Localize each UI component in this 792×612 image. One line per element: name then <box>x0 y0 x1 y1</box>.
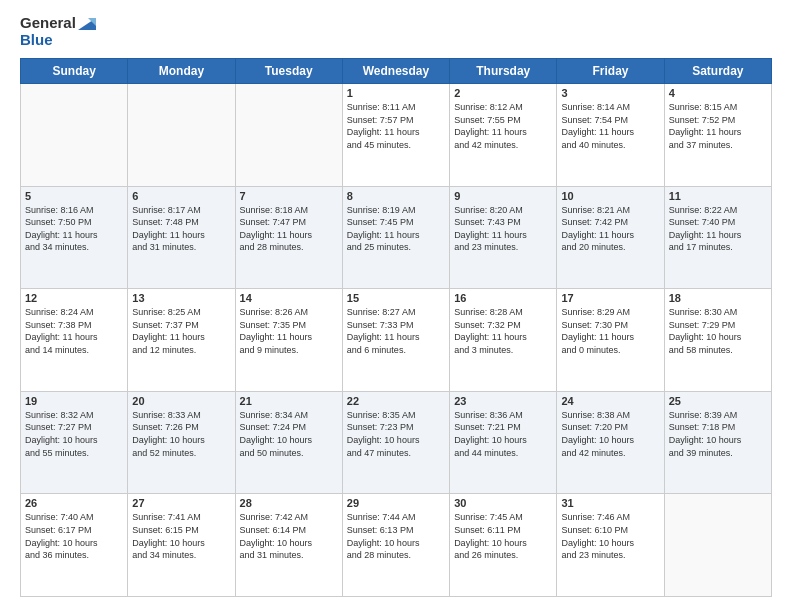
day-number-3: 3 <box>561 87 659 99</box>
day-info-25: Sunrise: 8:39 AM Sunset: 7:18 PM Dayligh… <box>669 409 767 459</box>
day-cell-25: 25Sunrise: 8:39 AM Sunset: 7:18 PM Dayli… <box>664 391 771 494</box>
day-info-8: Sunrise: 8:19 AM Sunset: 7:45 PM Dayligh… <box>347 204 445 254</box>
day-info-18: Sunrise: 8:30 AM Sunset: 7:29 PM Dayligh… <box>669 306 767 356</box>
day-info-30: Sunrise: 7:45 AM Sunset: 6:11 PM Dayligh… <box>454 511 552 561</box>
day-info-10: Sunrise: 8:21 AM Sunset: 7:42 PM Dayligh… <box>561 204 659 254</box>
day-info-22: Sunrise: 8:35 AM Sunset: 7:23 PM Dayligh… <box>347 409 445 459</box>
day-cell-24: 24Sunrise: 8:38 AM Sunset: 7:20 PM Dayli… <box>557 391 664 494</box>
day-cell-20: 20Sunrise: 8:33 AM Sunset: 7:26 PM Dayli… <box>128 391 235 494</box>
day-info-14: Sunrise: 8:26 AM Sunset: 7:35 PM Dayligh… <box>240 306 338 356</box>
day-cell-7: 7Sunrise: 8:18 AM Sunset: 7:47 PM Daylig… <box>235 186 342 289</box>
day-cell-23: 23Sunrise: 8:36 AM Sunset: 7:21 PM Dayli… <box>450 391 557 494</box>
page: General Blue SundayMondayTuesdayWednesda… <box>0 0 792 612</box>
day-info-13: Sunrise: 8:25 AM Sunset: 7:37 PM Dayligh… <box>132 306 230 356</box>
empty-cell-0-1 <box>128 84 235 187</box>
header-friday: Friday <box>557 59 664 84</box>
day-info-15: Sunrise: 8:27 AM Sunset: 7:33 PM Dayligh… <box>347 306 445 356</box>
day-cell-4: 4Sunrise: 8:15 AM Sunset: 7:52 PM Daylig… <box>664 84 771 187</box>
day-info-20: Sunrise: 8:33 AM Sunset: 7:26 PM Dayligh… <box>132 409 230 459</box>
day-number-25: 25 <box>669 395 767 407</box>
day-cell-30: 30Sunrise: 7:45 AM Sunset: 6:11 PM Dayli… <box>450 494 557 597</box>
logo-blue: Blue <box>20 32 96 49</box>
week-row-1: 1Sunrise: 8:11 AM Sunset: 7:57 PM Daylig… <box>21 84 772 187</box>
day-info-19: Sunrise: 8:32 AM Sunset: 7:27 PM Dayligh… <box>25 409 123 459</box>
day-info-31: Sunrise: 7:46 AM Sunset: 6:10 PM Dayligh… <box>561 511 659 561</box>
day-number-4: 4 <box>669 87 767 99</box>
empty-cell-4-6 <box>664 494 771 597</box>
day-number-11: 11 <box>669 190 767 202</box>
day-cell-1: 1Sunrise: 8:11 AM Sunset: 7:57 PM Daylig… <box>342 84 449 187</box>
header-saturday: Saturday <box>664 59 771 84</box>
day-number-2: 2 <box>454 87 552 99</box>
day-info-6: Sunrise: 8:17 AM Sunset: 7:48 PM Dayligh… <box>132 204 230 254</box>
day-cell-8: 8Sunrise: 8:19 AM Sunset: 7:45 PM Daylig… <box>342 186 449 289</box>
day-cell-19: 19Sunrise: 8:32 AM Sunset: 7:27 PM Dayli… <box>21 391 128 494</box>
day-number-17: 17 <box>561 292 659 304</box>
day-cell-16: 16Sunrise: 8:28 AM Sunset: 7:32 PM Dayli… <box>450 289 557 392</box>
day-cell-29: 29Sunrise: 7:44 AM Sunset: 6:13 PM Dayli… <box>342 494 449 597</box>
day-info-28: Sunrise: 7:42 AM Sunset: 6:14 PM Dayligh… <box>240 511 338 561</box>
day-number-23: 23 <box>454 395 552 407</box>
day-number-24: 24 <box>561 395 659 407</box>
day-number-16: 16 <box>454 292 552 304</box>
day-cell-26: 26Sunrise: 7:40 AM Sunset: 6:17 PM Dayli… <box>21 494 128 597</box>
day-cell-18: 18Sunrise: 8:30 AM Sunset: 7:29 PM Dayli… <box>664 289 771 392</box>
week-row-4: 19Sunrise: 8:32 AM Sunset: 7:27 PM Dayli… <box>21 391 772 494</box>
header-tuesday: Tuesday <box>235 59 342 84</box>
day-info-1: Sunrise: 8:11 AM Sunset: 7:57 PM Dayligh… <box>347 101 445 151</box>
day-cell-6: 6Sunrise: 8:17 AM Sunset: 7:48 PM Daylig… <box>128 186 235 289</box>
day-number-30: 30 <box>454 497 552 509</box>
day-cell-3: 3Sunrise: 8:14 AM Sunset: 7:54 PM Daylig… <box>557 84 664 187</box>
header-wednesday: Wednesday <box>342 59 449 84</box>
day-info-4: Sunrise: 8:15 AM Sunset: 7:52 PM Dayligh… <box>669 101 767 151</box>
day-number-9: 9 <box>454 190 552 202</box>
day-info-24: Sunrise: 8:38 AM Sunset: 7:20 PM Dayligh… <box>561 409 659 459</box>
day-cell-28: 28Sunrise: 7:42 AM Sunset: 6:14 PM Dayli… <box>235 494 342 597</box>
day-number-12: 12 <box>25 292 123 304</box>
day-number-27: 27 <box>132 497 230 509</box>
day-cell-9: 9Sunrise: 8:20 AM Sunset: 7:43 PM Daylig… <box>450 186 557 289</box>
day-info-29: Sunrise: 7:44 AM Sunset: 6:13 PM Dayligh… <box>347 511 445 561</box>
day-info-5: Sunrise: 8:16 AM Sunset: 7:50 PM Dayligh… <box>25 204 123 254</box>
day-number-31: 31 <box>561 497 659 509</box>
week-row-3: 12Sunrise: 8:24 AM Sunset: 7:38 PM Dayli… <box>21 289 772 392</box>
day-number-7: 7 <box>240 190 338 202</box>
logo: General Blue <box>20 15 96 48</box>
header: General Blue <box>20 15 772 48</box>
day-number-13: 13 <box>132 292 230 304</box>
day-number-14: 14 <box>240 292 338 304</box>
day-cell-27: 27Sunrise: 7:41 AM Sunset: 6:15 PM Dayli… <box>128 494 235 597</box>
day-number-19: 19 <box>25 395 123 407</box>
day-number-28: 28 <box>240 497 338 509</box>
day-number-8: 8 <box>347 190 445 202</box>
logo-general: General <box>20 15 96 32</box>
day-info-2: Sunrise: 8:12 AM Sunset: 7:55 PM Dayligh… <box>454 101 552 151</box>
header-monday: Monday <box>128 59 235 84</box>
day-info-27: Sunrise: 7:41 AM Sunset: 6:15 PM Dayligh… <box>132 511 230 561</box>
day-cell-12: 12Sunrise: 8:24 AM Sunset: 7:38 PM Dayli… <box>21 289 128 392</box>
day-number-1: 1 <box>347 87 445 99</box>
day-cell-14: 14Sunrise: 8:26 AM Sunset: 7:35 PM Dayli… <box>235 289 342 392</box>
day-number-20: 20 <box>132 395 230 407</box>
day-cell-22: 22Sunrise: 8:35 AM Sunset: 7:23 PM Dayli… <box>342 391 449 494</box>
day-info-3: Sunrise: 8:14 AM Sunset: 7:54 PM Dayligh… <box>561 101 659 151</box>
day-cell-21: 21Sunrise: 8:34 AM Sunset: 7:24 PM Dayli… <box>235 391 342 494</box>
day-cell-10: 10Sunrise: 8:21 AM Sunset: 7:42 PM Dayli… <box>557 186 664 289</box>
header-thursday: Thursday <box>450 59 557 84</box>
day-info-21: Sunrise: 8:34 AM Sunset: 7:24 PM Dayligh… <box>240 409 338 459</box>
day-cell-17: 17Sunrise: 8:29 AM Sunset: 7:30 PM Dayli… <box>557 289 664 392</box>
day-cell-11: 11Sunrise: 8:22 AM Sunset: 7:40 PM Dayli… <box>664 186 771 289</box>
day-number-21: 21 <box>240 395 338 407</box>
day-info-7: Sunrise: 8:18 AM Sunset: 7:47 PM Dayligh… <box>240 204 338 254</box>
calendar-table: SundayMondayTuesdayWednesdayThursdayFrid… <box>20 58 772 597</box>
day-cell-31: 31Sunrise: 7:46 AM Sunset: 6:10 PM Dayli… <box>557 494 664 597</box>
day-cell-15: 15Sunrise: 8:27 AM Sunset: 7:33 PM Dayli… <box>342 289 449 392</box>
day-info-26: Sunrise: 7:40 AM Sunset: 6:17 PM Dayligh… <box>25 511 123 561</box>
day-number-5: 5 <box>25 190 123 202</box>
day-info-23: Sunrise: 8:36 AM Sunset: 7:21 PM Dayligh… <box>454 409 552 459</box>
day-info-11: Sunrise: 8:22 AM Sunset: 7:40 PM Dayligh… <box>669 204 767 254</box>
week-row-5: 26Sunrise: 7:40 AM Sunset: 6:17 PM Dayli… <box>21 494 772 597</box>
day-number-29: 29 <box>347 497 445 509</box>
day-number-15: 15 <box>347 292 445 304</box>
day-number-26: 26 <box>25 497 123 509</box>
